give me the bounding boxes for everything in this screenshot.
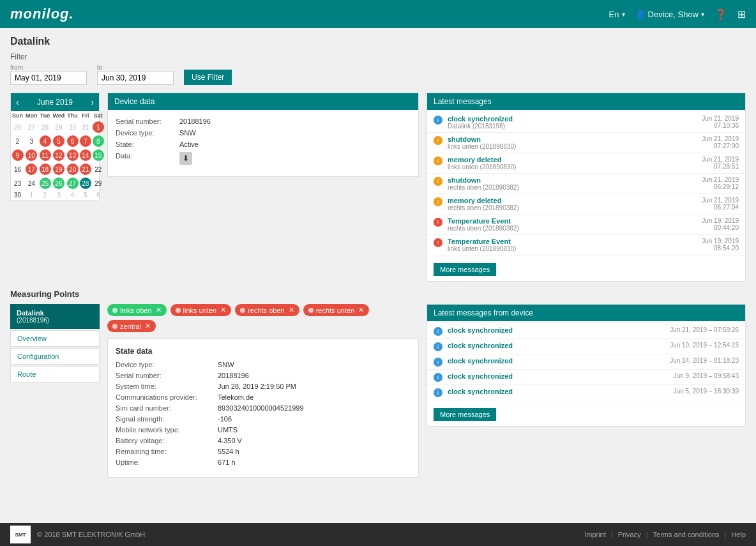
calendar-day[interactable]: 15 — [92, 148, 105, 162]
measuring-tab[interactable]: links oben ✕ — [107, 304, 167, 316]
calendar-day[interactable]: 4 — [39, 134, 52, 148]
sidebar-nav-link[interactable]: Overview — [10, 330, 100, 347]
state-label: State: — [116, 140, 179, 148]
more-device-messages-button[interactable]: More messages — [434, 408, 496, 421]
device-message-item[interactable]: i clock synchronized Jun 9, 2019 – 09:58… — [427, 370, 745, 385]
state-row-label: Signal strength: — [116, 415, 218, 423]
calendar-day[interactable]: 3 — [24, 134, 39, 148]
message-item[interactable]: ! memory deleted rechts oben (201890382)… — [427, 194, 745, 215]
calendar-day[interactable]: 28 — [79, 176, 92, 190]
calendar-day[interactable]: 30 — [66, 120, 79, 134]
calendar-prev-button[interactable]: ‹ — [16, 97, 19, 107]
calendar-day[interactable]: 9 — [11, 148, 24, 162]
device-message-item[interactable]: i clock synchronized Jun 5, 2019 – 18:30… — [427, 385, 745, 400]
message-item[interactable]: ! shutdown rechts oben (201890382) Jun 2… — [427, 174, 745, 194]
tab-close-icon[interactable]: ✕ — [145, 322, 151, 330]
to-field: to — [97, 64, 174, 85]
calendar-day[interactable]: 21 — [79, 162, 92, 176]
calendar-day[interactable]: 5 — [52, 134, 66, 148]
data-label: Data: — [116, 152, 179, 165]
tab-close-icon[interactable]: ✕ — [156, 306, 162, 314]
state-row-label: System time: — [116, 383, 218, 390]
calendar-day[interactable]: 3 — [52, 190, 66, 200]
language-selector[interactable]: En ▾ — [609, 10, 625, 19]
help-icon[interactable]: ❓ — [714, 8, 727, 20]
calendar-day[interactable]: 6 — [66, 134, 79, 148]
sidebar-item-datalink[interactable]: Datalink (20188196) — [10, 304, 100, 329]
message-item[interactable]: ! shutdown links unten (201890830) Jun 2… — [427, 133, 745, 153]
message-date: Jun 21, 201907:10:36 — [688, 115, 739, 129]
measuring-section-title: Measuring Points — [10, 289, 746, 299]
calendar-day[interactable]: 16 — [11, 162, 24, 176]
calendar-day[interactable]: 26 — [52, 176, 66, 190]
sidebar-nav-link[interactable]: Configuration — [10, 348, 100, 365]
device-message-item[interactable]: i clock synchronized Jun 21, 2019 – 07:5… — [427, 324, 745, 339]
calendar-day[interactable]: 2 — [39, 190, 52, 200]
calendar-day[interactable]: 10 — [24, 148, 39, 162]
footer-link-terms-and-conditions[interactable]: Terms and conditions — [653, 531, 720, 538]
device-message-content: clock synchronized — [448, 342, 670, 349]
tab-close-icon[interactable]: ✕ — [289, 306, 294, 314]
calendar-next-button[interactable]: › — [91, 97, 94, 107]
device-message-item[interactable]: i clock synchronized Jun 10, 2019 – 12:5… — [427, 339, 745, 354]
device-message-content: clock synchronized — [448, 372, 674, 380]
calendar-day[interactable]: 20 — [66, 162, 79, 176]
footer-link-privacy[interactable]: Privacy — [618, 531, 641, 538]
calendar-day[interactable]: 29 — [52, 120, 66, 134]
calendar-day[interactable]: 13 — [66, 148, 79, 162]
message-sub: links unten (201890830) — [448, 163, 688, 171]
calendar-day[interactable]: 27 — [66, 176, 79, 190]
from-input[interactable] — [10, 71, 87, 85]
calendar-day[interactable]: 4 — [66, 190, 79, 200]
calendar-day[interactable]: 5 — [79, 190, 92, 200]
sidebar-nav-link[interactable]: Route — [10, 366, 100, 383]
measuring-tab[interactable]: zentral ✕ — [107, 320, 156, 332]
calendar-day[interactable]: 26 — [11, 120, 24, 134]
calendar-day[interactable]: 27 — [24, 120, 39, 134]
tab-close-icon[interactable]: ✕ — [358, 306, 364, 314]
use-filter-button[interactable]: Use Filter — [184, 70, 232, 85]
tab-close-icon[interactable]: ✕ — [220, 306, 226, 314]
measuring-tab[interactable]: links unten ✕ — [170, 304, 232, 316]
calendar-day[interactable]: 25 — [39, 176, 52, 190]
calendar-day[interactable]: 7 — [79, 134, 92, 148]
exit-icon[interactable]: ⊞ — [737, 8, 746, 20]
calendar-day[interactable]: 14 — [79, 148, 92, 162]
calendar-day[interactable]: 29 — [92, 176, 105, 190]
calendar-day[interactable]: 11 — [39, 148, 52, 162]
calendar-day[interactable]: 17 — [24, 162, 39, 176]
device-message-date: Jun 9, 2019 – 09:58:43 — [674, 372, 739, 379]
user-selector[interactable]: 👤 Device, Show ▾ — [635, 10, 704, 19]
calendar-day[interactable]: 19 — [52, 162, 66, 176]
more-messages-button[interactable]: More messages — [434, 263, 496, 276]
footer-link-imprint[interactable]: Imprint — [584, 531, 606, 538]
device-messages-list: i clock synchronized Jun 21, 2019 – 07:5… — [427, 321, 745, 403]
calendar-day[interactable]: 22 — [92, 162, 105, 176]
calendar-day[interactable]: 8 — [92, 134, 105, 148]
message-item[interactable]: ! Temperature Event links unten (2018908… — [427, 235, 745, 255]
device-message-item[interactable]: i clock synchronized Jun 14, 2019 – 01:1… — [427, 354, 745, 370]
footer-link-help[interactable]: Help — [731, 531, 746, 538]
measuring-tab[interactable]: rechts unten ✕ — [303, 304, 370, 316]
device-message-date: Jun 21, 2019 – 07:59:26 — [670, 326, 739, 333]
message-item[interactable]: ! Temperature Event rechts oben (2018903… — [427, 215, 745, 235]
calendar-day[interactable]: 23 — [11, 176, 24, 190]
message-item[interactable]: i clock synchronized Datalink (20183198)… — [427, 112, 745, 133]
measuring-tab[interactable]: rechts oben ✕ — [235, 304, 299, 316]
calendar-day[interactable]: 6 — [92, 190, 105, 200]
calendar-day[interactable]: 12 — [52, 148, 66, 162]
calendar-day[interactable]: 2 — [11, 134, 24, 148]
calendar-day[interactable]: 31 — [79, 120, 92, 134]
message-item[interactable]: ! memory deleted links unten (201890830)… — [427, 153, 745, 174]
calendar-day[interactable]: 30 — [11, 190, 24, 200]
calendar-day[interactable]: 24 — [24, 176, 39, 190]
calendar-day-header: Sat — [92, 111, 105, 120]
calendar-day[interactable]: 1 — [92, 120, 105, 134]
download-icon[interactable]: ⬇ — [179, 152, 192, 165]
device-message-title: clock synchronized — [448, 372, 674, 380]
state-row: Serial number: 20188196 — [116, 372, 411, 379]
calendar-day[interactable]: 18 — [39, 162, 52, 176]
to-input[interactable] — [97, 71, 174, 85]
calendar-day[interactable]: 1 — [24, 190, 39, 200]
calendar-day[interactable]: 28 — [39, 120, 52, 134]
